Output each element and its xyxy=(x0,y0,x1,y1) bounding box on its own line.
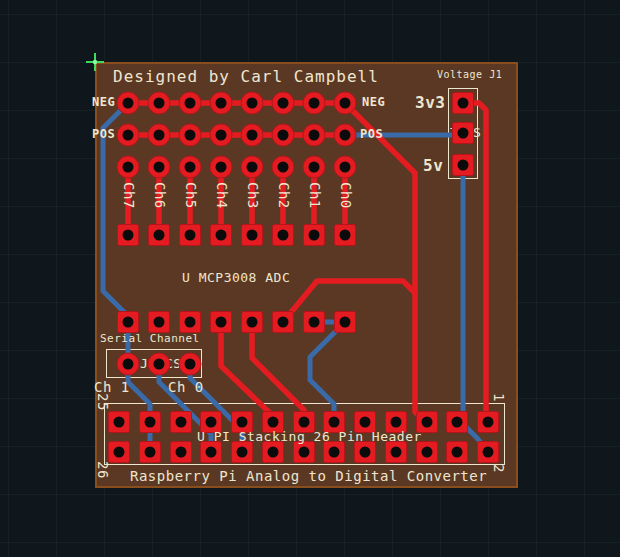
channel-label-ch5: Ch5 xyxy=(183,182,198,209)
serial-header-title: Serial Channel xyxy=(100,333,200,345)
copper-trace-top[interactable] xyxy=(345,103,426,421)
pad-hole xyxy=(247,230,258,241)
pad-hole xyxy=(278,162,289,173)
pi-header-pin2: 2 xyxy=(491,464,506,473)
copper-trace-bottom[interactable] xyxy=(128,364,150,451)
pad-hole xyxy=(422,417,433,428)
pad-hole xyxy=(329,417,340,428)
pad-hole xyxy=(185,359,196,370)
pad-hole xyxy=(340,162,351,173)
pad-hole xyxy=(237,447,248,458)
channel-label-ch4: Ch4 xyxy=(214,182,229,209)
pad-hole xyxy=(247,317,258,328)
pad-hole xyxy=(340,230,351,241)
pad-hole xyxy=(391,447,402,458)
adc-label: U MCP3008 ADC xyxy=(182,271,290,285)
pad-hole xyxy=(360,417,371,428)
pad-hole xyxy=(114,447,125,458)
origin-crosshair-icon xyxy=(93,60,97,64)
pad-hole xyxy=(340,130,351,141)
pad-hole xyxy=(154,230,165,241)
pi-header-pin25: 25 xyxy=(95,393,110,411)
channel-label-ch6: Ch6 xyxy=(152,182,167,209)
pad-hole xyxy=(123,130,134,141)
pad-hole xyxy=(216,162,227,173)
pos-rail-label-right: POS xyxy=(360,128,383,141)
pad-hole xyxy=(123,230,134,241)
pad-hole xyxy=(309,230,320,241)
copper-trace-top[interactable] xyxy=(463,103,488,421)
pad-hole xyxy=(123,162,134,173)
board-footer: Raspberry Pi Analog to Digital Converter xyxy=(130,469,487,484)
pad-hole xyxy=(268,417,279,428)
pad-hole xyxy=(185,162,196,173)
pad-hole xyxy=(154,98,165,109)
pad-hole xyxy=(391,417,402,428)
pad-hole xyxy=(176,447,187,458)
serial-ch0-label: Ch 0 xyxy=(168,380,204,395)
pad-hole xyxy=(123,98,134,109)
copper-trace-bottom[interactable] xyxy=(310,322,345,420)
pad-hole xyxy=(309,130,320,141)
pad-hole xyxy=(458,128,469,139)
pos-rail-label-left: POS xyxy=(92,128,115,141)
pad-hole xyxy=(176,417,187,428)
pad-hole xyxy=(340,98,351,109)
pad-hole xyxy=(247,130,258,141)
pad-hole xyxy=(299,417,310,428)
pi-header-pin26: 26 xyxy=(95,461,110,479)
copper-trace-bottom[interactable] xyxy=(463,165,486,449)
neg-rail-label-left: NEG xyxy=(92,96,115,109)
pad-hole xyxy=(154,130,165,141)
voltage-header-title: Voltage J1 xyxy=(437,69,502,80)
pin-label-5v: 5v xyxy=(423,157,443,175)
pcb-editor-canvas[interactable]: JP S JP CS Designed by Carl Campbell NEG… xyxy=(0,0,620,557)
pad-hole xyxy=(329,447,340,458)
pad-hole xyxy=(114,417,125,428)
channel-label-ch2: Ch2 xyxy=(276,182,291,209)
channel-label-ch0: Ch0 xyxy=(338,182,353,209)
pad-hole xyxy=(185,230,196,241)
pad-hole xyxy=(458,160,469,171)
board-title: Designed by Carl Campbell xyxy=(113,68,379,86)
pad-hole xyxy=(422,447,433,458)
pad-hole xyxy=(154,359,165,370)
pad-hole xyxy=(185,98,196,109)
pad-hole xyxy=(247,162,258,173)
channel-label-ch7: Ch7 xyxy=(121,182,136,209)
channel-label-ch1: Ch1 xyxy=(307,182,322,209)
pad-hole xyxy=(452,447,463,458)
pad-hole xyxy=(206,417,217,428)
pad-hole xyxy=(154,162,165,173)
pad-hole xyxy=(309,317,320,328)
pad-hole xyxy=(216,98,227,109)
pad-hole xyxy=(216,317,227,328)
pad-hole xyxy=(458,98,469,109)
pad-hole xyxy=(185,317,196,328)
pad-hole xyxy=(216,230,227,241)
pi-header-label: U PI Stacking 26 Pin Header xyxy=(197,430,422,444)
pad-hole xyxy=(154,317,165,328)
pad-hole xyxy=(145,447,156,458)
pad-hole xyxy=(123,317,134,328)
pad-hole xyxy=(185,130,196,141)
pad-hole xyxy=(216,130,227,141)
pad-hole xyxy=(247,98,258,109)
pad-hole xyxy=(299,447,310,458)
pad-hole xyxy=(268,447,279,458)
pad-hole xyxy=(309,162,320,173)
pad-hole xyxy=(309,98,320,109)
pad-hole xyxy=(278,317,289,328)
pad-hole xyxy=(483,417,494,428)
pi-header-pin1: 1 xyxy=(491,393,506,402)
pad-hole xyxy=(278,130,289,141)
pad-hole xyxy=(278,230,289,241)
pad-hole xyxy=(483,447,494,458)
pin-label-3v3: 3v3 xyxy=(415,94,445,112)
pad-hole xyxy=(360,447,371,458)
pad-hole xyxy=(340,317,351,328)
pad-hole xyxy=(278,98,289,109)
neg-rail-label-right: NEG xyxy=(362,96,385,109)
pad-hole xyxy=(123,359,134,370)
channel-label-ch3: Ch3 xyxy=(245,182,260,209)
